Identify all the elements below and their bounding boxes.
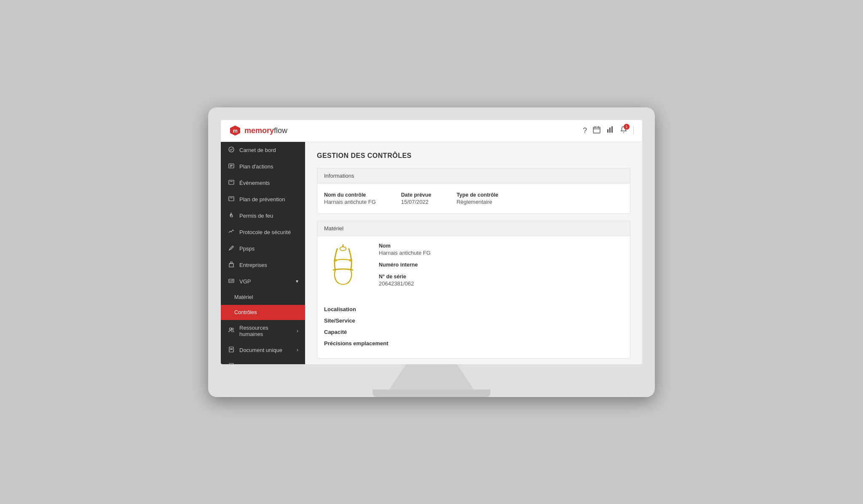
type-controle-field: Type de contrôle Règlementaire [456, 192, 498, 205]
sidebar-label-ppsps: Ppsps [239, 245, 255, 252]
precisions-field: Précisions emplacement [324, 340, 623, 347]
sidebar-item-vgp[interactable]: VGP ▾ [221, 273, 305, 290]
sidebar-label-vgp: VGP [239, 278, 251, 285]
carnet-icon [228, 147, 235, 154]
svg-rect-29 [229, 363, 233, 364]
materiel-header: Matériel [317, 221, 630, 236]
sidebar-label-carnet: Carnet de bord [239, 147, 276, 153]
screen: m memoryflow ? 1 [221, 120, 642, 364]
date-prevue-label: Date prévue [401, 192, 432, 198]
calendar-icon[interactable] [593, 126, 600, 136]
vgp-icon [228, 278, 235, 285]
vgp-chevron-icon: ▾ [296, 278, 298, 284]
sidebar-item-controles[interactable]: Contrôles [221, 305, 305, 320]
nom-materiel-label: Nom [379, 243, 623, 249]
plan-actions-icon [228, 163, 235, 170]
materiel-section: Matériel [317, 221, 630, 359]
svg-point-10 [229, 147, 234, 152]
ged-icon [228, 363, 235, 364]
sidebar-item-permis-feu[interactable]: Permis de feu [221, 208, 305, 224]
entreprises-icon [228, 261, 235, 269]
informations-header: Informations [317, 168, 630, 184]
nom-controle-label: Nom du contrôle [324, 192, 376, 198]
sidebar: Carnet de bord Plan d'actions Évènements [221, 142, 305, 364]
logo-icon: m [229, 125, 241, 136]
notification-icon[interactable]: 1 [620, 126, 627, 136]
informations-section: Informations Nom du contrôle Harnais ant… [317, 168, 630, 214]
svg-rect-17 [229, 197, 234, 201]
localisation-label: Localisation [324, 306, 356, 312]
logo: m memoryflow [229, 125, 287, 136]
sidebar-label-permis-feu: Permis de feu [239, 213, 273, 219]
ressources-chevron-icon: › [297, 328, 298, 334]
svg-rect-7 [609, 128, 611, 133]
help-icon[interactable]: ? [583, 126, 587, 135]
svg-rect-6 [607, 129, 608, 133]
sidebar-item-ressources[interactable]: Ressources humaines › [221, 320, 305, 342]
materiel-info: Nom Harnais antichute FG Numéro interne … [379, 243, 623, 293]
sidebar-label-document: Document unique [239, 347, 282, 353]
svg-rect-19 [229, 264, 233, 267]
svg-rect-34 [334, 259, 337, 261]
site-field: Site/Service [324, 317, 623, 324]
sidebar-item-plan-actions[interactable]: Plan d'actions [221, 158, 305, 175]
info-row: Nom du contrôle Harnais antichute FG Dat… [324, 190, 623, 207]
svg-rect-8 [611, 126, 613, 133]
svg-point-32 [340, 247, 346, 251]
sidebar-label-controles: Contrôles [234, 309, 257, 315]
document-icon [228, 347, 235, 354]
plan-prevention-icon [228, 196, 235, 203]
site-label: Site/Service [324, 317, 355, 324]
nom-materiel-field: Nom Harnais antichute FG [379, 243, 623, 256]
num-interne-field: Numéro interne [379, 262, 623, 268]
sidebar-label-protocole: Protocole de sécurité [239, 229, 291, 235]
sidebar-item-carnet[interactable]: Carnet de bord [221, 142, 305, 158]
materiel-image-container [324, 243, 366, 293]
monitor-base [373, 389, 490, 397]
sidebar-item-entreprises[interactable]: Entreprises [221, 257, 305, 273]
sidebar-item-protocole[interactable]: Protocole de sécurité [221, 224, 305, 240]
serie-value: 20642381/062 [379, 280, 623, 287]
sidebar-item-materiel[interactable]: Matériel [221, 290, 305, 305]
svg-rect-35 [350, 259, 352, 261]
sidebar-label-entreprises: Entreprises [239, 262, 267, 268]
sidebar-label-ged: GED [239, 363, 251, 364]
sidebar-item-ppsps[interactable]: Ppsps [221, 240, 305, 257]
monitor: m memoryflow ? 1 [208, 107, 655, 397]
capacite-label: Capacité [324, 329, 347, 335]
sidebar-item-document[interactable]: Document unique › [221, 342, 305, 358]
ppsps-icon [228, 245, 235, 252]
app: m memoryflow ? 1 [221, 120, 642, 364]
nom-materiel-value: Harnais antichute FG [379, 250, 623, 256]
main: Carnet de bord Plan d'actions Évènements [221, 142, 642, 364]
permis-feu-icon [228, 212, 235, 219]
materiel-body: Nom Harnais antichute FG Numéro interne … [317, 236, 630, 299]
harness-image [324, 243, 362, 289]
svg-rect-2 [593, 127, 600, 133]
capacite-field: Capacité [324, 329, 623, 335]
localisation-field: Localisation [324, 306, 623, 312]
type-controle-label: Type de contrôle [456, 192, 498, 198]
sidebar-label-plan-prevention: Plan de prévention [239, 196, 285, 203]
svg-point-24 [230, 328, 232, 330]
nom-controle-field: Nom du contrôle Harnais antichute FG [324, 192, 376, 205]
protocole-icon [228, 229, 235, 236]
content-area: GESTION DES CONTRÔLES Informations Nom d… [305, 142, 642, 364]
monitor-stand [389, 364, 474, 389]
svg-text:m: m [233, 128, 238, 134]
sidebar-label-ressources: Ressources humaines [239, 325, 292, 337]
num-interne-label: Numéro interne [379, 262, 623, 268]
serie-label: N° de série [379, 274, 623, 280]
sidebar-label-evenements: Évènements [239, 180, 270, 186]
informations-body: Nom du contrôle Harnais antichute FG Dat… [317, 184, 630, 213]
svg-point-25 [232, 328, 233, 330]
logo-text: memoryflow [244, 126, 287, 135]
evenements-icon [228, 179, 235, 187]
page-title: GESTION DES CONTRÔLES [317, 152, 630, 160]
sidebar-item-evenements[interactable]: Évènements [221, 175, 305, 191]
sidebar-item-ged[interactable]: GED [221, 358, 305, 364]
sidebar-item-plan-prevention[interactable]: Plan de prévention [221, 191, 305, 208]
chart-icon[interactable] [606, 126, 614, 136]
date-prevue-value: 15/07/2022 [401, 199, 432, 205]
nom-controle-value: Harnais antichute FG [324, 199, 376, 205]
